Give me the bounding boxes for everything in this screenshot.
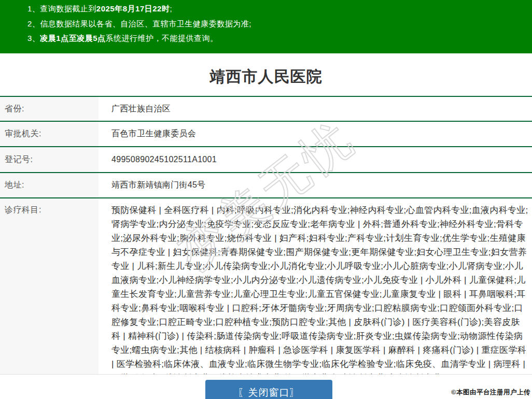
registration-number-value: 49950890245102511A1001 bbox=[99, 155, 532, 164]
table-row-registration-number: 登记号: 49950890245102511A1001 bbox=[0, 147, 532, 173]
registration-number-label: 登记号: bbox=[0, 147, 99, 172]
notice-item-1: 1、查询数据截止到2025年8月17日22时; bbox=[27, 2, 527, 17]
notice-list: 1、查询数据截止到2025年8月17日22时; 2、信息数据结果以各省、自治区、… bbox=[27, 2, 527, 46]
table-row-approval-authority: 审批机关: 百色市卫生健康委员会 bbox=[0, 122, 532, 147]
page-title: 靖西市人民医院 bbox=[0, 66, 532, 88]
upload-credit-text: ©本图由平台注册用户上传 bbox=[451, 388, 530, 397]
province-value: 广西壮族自治区 bbox=[99, 104, 532, 115]
approval-authority-label: 审批机关: bbox=[0, 122, 99, 146]
table-row-address: 地址: 靖西市新靖镇南门街45号 bbox=[0, 173, 532, 198]
hospital-info-table: 省份: 广西壮族自治区 审批机关: 百色市卫生健康委员会 登记号: 499508… bbox=[0, 96, 532, 375]
notice-item-2: 2、信息数据结果以各省、自治区、直辖市卫生健康委数据为准; bbox=[27, 17, 527, 32]
address-label: 地址: bbox=[0, 173, 99, 197]
medical-subjects-value: 预防保健科 | 全科医疗科 | 内科;呼吸内科专业;消化内科专业;神经内科专业;… bbox=[99, 198, 532, 375]
notice-item-3: 3、凌晨1点至凌晨5点系统进行维护，不能提供查询。 bbox=[27, 31, 527, 46]
address-value: 靖西市新靖镇南门街45号 bbox=[99, 180, 532, 191]
province-label: 省份: bbox=[0, 97, 99, 121]
notice-banner: 1、查询数据截止到2025年8月17日22时; 2、信息数据结果以各省、自治区、… bbox=[0, 0, 532, 53]
medical-subjects-label: 诊疗科目: bbox=[0, 198, 99, 374]
table-row-province: 省份: 广西壮族自治区 bbox=[0, 97, 532, 122]
table-row-medical-subjects: 诊疗科目: 预防保健科 | 全科医疗科 | 内科;呼吸内科专业;消化内科专业;神… bbox=[0, 198, 532, 375]
close-window-button[interactable]: 〖关闭窗口〗 bbox=[205, 380, 332, 399]
approval-authority-value: 百色市卫生健康委员会 bbox=[99, 129, 532, 139]
